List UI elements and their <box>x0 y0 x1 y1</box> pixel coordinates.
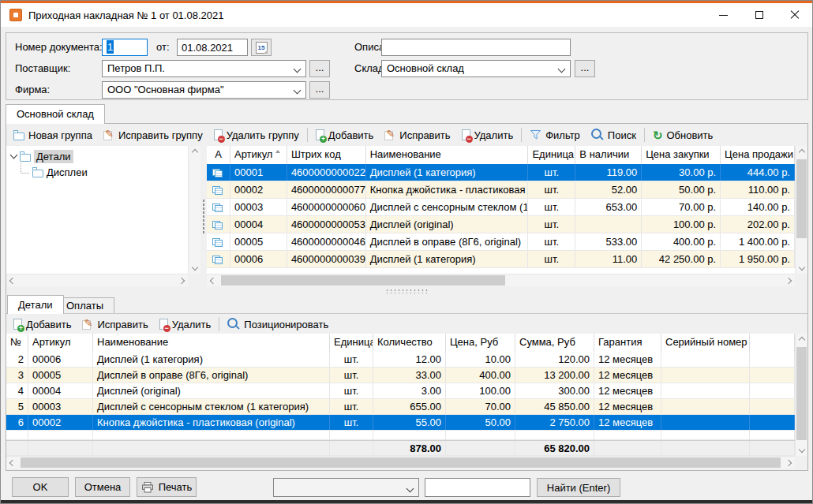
totals-sum: 65 820.00 <box>515 441 594 455</box>
detail-delete-button[interactable]: Удалить <box>154 315 217 334</box>
products-vertical-scrollbar[interactable] <box>795 146 807 274</box>
table-cell: 52.00 <box>575 181 642 198</box>
description-input[interactable] <box>381 39 571 56</box>
supplier-value: Петров П.П. <box>107 62 165 74</box>
table-cell <box>446 441 515 455</box>
minimize-button[interactable] <box>706 3 741 27</box>
calendar-button[interactable]: 15 <box>251 39 272 56</box>
items-vertical-scrollbar[interactable] <box>795 334 807 456</box>
tab-details[interactable]: Детали <box>7 295 64 314</box>
supplier-combobox[interactable]: Петров П.П. <box>102 60 306 77</box>
table-cell <box>28 431 93 439</box>
tree-vertical-scrollbar[interactable] <box>188 146 200 274</box>
warehouse-browse-button[interactable]: ... <box>575 60 595 77</box>
ok-button[interactable]: OK <box>12 477 69 497</box>
column-header[interactable]: Количество <box>373 334 446 352</box>
column-header[interactable]: Сумма, Руб <box>515 334 594 352</box>
column-header[interactable]: № <box>6 334 28 352</box>
invoice-line-row[interactable]: 200006Дисплей (1 категория)шт.12.0010.00… <box>6 352 795 368</box>
invoice-line-row[interactable]: 600002Кнопка джойстика - пластиковая (or… <box>6 415 795 431</box>
cancel-button[interactable]: Отмена <box>75 477 130 497</box>
table-cell <box>515 431 594 439</box>
table-cell: 655.00 <box>373 399 446 414</box>
find-field-combobox[interactable] <box>273 478 419 497</box>
tree-expander-icon[interactable] <box>10 151 18 159</box>
items-table: №АртикулНаименованиеЕдиницаКоличествоЦен… <box>6 334 807 469</box>
scrollbar-thumb[interactable] <box>796 159 807 238</box>
product-row[interactable]: 000054600000000046Дисплей в оправе (8Г6,… <box>207 233 795 251</box>
column-header[interactable]: Цена закупки <box>642 146 721 164</box>
firm-browse-button[interactable]: ... <box>309 81 330 99</box>
column-header[interactable]: В наличии <box>575 146 642 164</box>
position-button[interactable]: Позиционировать <box>222 315 334 334</box>
product-row[interactable]: 000044600000000053Дисплей (original)шт.1… <box>207 216 795 233</box>
table-cell <box>93 431 330 439</box>
column-header[interactable]: Штрих код <box>287 146 366 164</box>
warehouse-combobox[interactable]: Основной склад <box>381 60 571 77</box>
product-row[interactable]: 000034600000000060Дисплей с сенсорным ст… <box>207 199 795 216</box>
product-row[interactable]: 000024600000000077Кнопка джойстика - пла… <box>207 181 795 199</box>
products-horizontal-scrollbar[interactable] <box>207 274 795 286</box>
column-header[interactable]: Наименование <box>366 146 529 164</box>
product-row[interactable]: 000014600000000022Дисплей (1 категория)ш… <box>207 164 795 181</box>
delete-button[interactable]: Удалить <box>456 125 519 144</box>
date-input[interactable] <box>177 39 248 56</box>
table-cell: 2 750.00 <box>515 415 594 430</box>
filter-button[interactable]: Фильтр <box>524 125 586 144</box>
invoice-line-row[interactable]: 500003Дисплей с сенсорным стеклом (1 кат… <box>6 399 795 415</box>
supplier-browse-button[interactable]: ... <box>309 60 330 77</box>
print-button[interactable]: Печать <box>137 477 197 497</box>
column-header[interactable]: Артикул <box>28 334 93 352</box>
close-button[interactable] <box>777 3 812 27</box>
table-cell <box>661 431 750 439</box>
column-header[interactable]: Наименование <box>93 334 330 352</box>
scrollbar-thumb[interactable] <box>796 347 807 440</box>
find-input[interactable] <box>425 478 530 497</box>
column-header[interactable]: Артикул <box>230 146 287 164</box>
tab-warehouse[interactable]: Основной склад <box>6 104 105 124</box>
maximize-button[interactable] <box>741 3 777 27</box>
product-row[interactable]: 000064600000000039Дисплей (1 категория)ш… <box>207 251 795 268</box>
doc-number-input[interactable]: 1 <box>102 39 148 56</box>
horizontal-splitter[interactable] <box>6 286 807 295</box>
items-horizontal-scrollbar[interactable] <box>6 456 795 469</box>
tree-item-child[interactable]: Дисплеи <box>6 164 200 180</box>
scrollbar-thumb[interactable] <box>21 457 781 468</box>
empty-row <box>6 431 795 440</box>
tree-item-label: Детали <box>34 150 73 163</box>
table-cell <box>28 441 93 455</box>
invoice-line-row[interactable]: 400004Дисплей (original)шт.3.00100.00300… <box>6 383 795 399</box>
search-button[interactable]: Поиск <box>586 125 642 144</box>
detail-edit-button[interactable]: Исправить <box>77 315 153 334</box>
tab-payments[interactable]: Оплаты <box>55 297 114 314</box>
column-header[interactable]: А <box>207 146 230 164</box>
firm-combobox[interactable]: ООО "Основная фирма" <box>102 81 306 99</box>
vertical-splitter[interactable] <box>200 146 207 286</box>
detail-add-button[interactable]: Добавить <box>8 315 77 334</box>
table-cell <box>330 431 373 439</box>
content-panel: Новая группа Исправить группу Удалить гр… <box>6 123 808 471</box>
scroll-right-icon <box>785 278 792 284</box>
button-label: Добавить <box>26 319 71 330</box>
table-cell: 100.00 <box>446 383 515 398</box>
add-button[interactable]: Добавить <box>310 125 379 144</box>
tree-item-root[interactable]: Детали <box>6 148 200 164</box>
new-group-button[interactable]: Новая группа <box>8 125 98 144</box>
refresh-button[interactable]: ↻Обновить <box>647 125 718 144</box>
table-cell: 4600000000060 <box>287 199 366 215</box>
tree-horizontal-scrollbar[interactable] <box>6 274 188 286</box>
column-header[interactable]: Цена продажи <box>721 146 795 164</box>
delete-group-button[interactable]: Удалить группу <box>208 125 305 144</box>
column-header[interactable]: Гарантия <box>594 334 661 352</box>
scrollbar-thumb[interactable] <box>221 275 505 286</box>
find-button[interactable]: Найти (Enter) <box>537 478 620 497</box>
doc-number-value: 1 <box>107 40 114 54</box>
printer-icon <box>141 482 154 493</box>
column-header[interactable]: Единица <box>528 146 575 164</box>
edit-button[interactable]: Исправить <box>379 125 455 144</box>
invoice-line-row[interactable]: 300005Дисплей в оправе (8Г6, original)шт… <box>6 368 795 383</box>
column-header[interactable]: Серийный номер <box>661 334 750 352</box>
edit-group-button[interactable]: Исправить группу <box>98 125 208 144</box>
column-header[interactable]: Единица <box>330 334 373 352</box>
column-header[interactable]: Цена, Руб <box>446 334 515 352</box>
